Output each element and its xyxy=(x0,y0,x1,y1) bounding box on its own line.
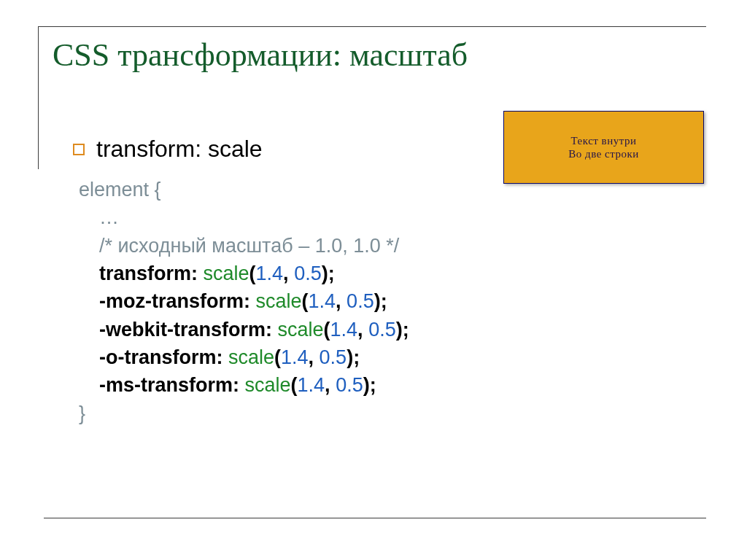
code-selector: element xyxy=(79,179,149,201)
slide: CSS трансформации: масштаб Текст внутри … xyxy=(0,0,747,560)
code-line: transform: scale(1.4, 0.5); xyxy=(79,260,700,287)
decor-rule-left xyxy=(38,26,39,169)
bullet-item: transform: scale xyxy=(73,136,700,163)
code-line: -moz-transform: scale(1.4, 0.5); xyxy=(79,287,700,315)
bullet-text: transform: scale xyxy=(96,136,263,163)
code-line: -o-transform: scale(1.4, 0.5); xyxy=(79,343,700,371)
code-comment: /* исходный масштаб – 1.0, 1.0 */ xyxy=(79,232,700,260)
code-ellipsis: … xyxy=(79,203,700,231)
code-selector-line: element { xyxy=(79,176,700,203)
code-block: element { … /* исходный масштаб – 1.0, 1… xyxy=(73,176,700,427)
code-line: -webkit-transform: scale(1.4, 0.5); xyxy=(79,316,700,343)
decor-rule-bottom xyxy=(44,518,706,518)
content-area: transform: scale element { … /* исходный… xyxy=(73,136,700,427)
slide-title: CSS трансформации: масштаб xyxy=(53,36,468,74)
decor-rule-top xyxy=(38,26,706,27)
code-line: -ms-transform: scale(1.4, 0.5); xyxy=(79,371,700,399)
square-bullet-icon xyxy=(73,144,85,155)
brace-open: { xyxy=(155,179,161,201)
brace-close: } xyxy=(79,400,700,427)
